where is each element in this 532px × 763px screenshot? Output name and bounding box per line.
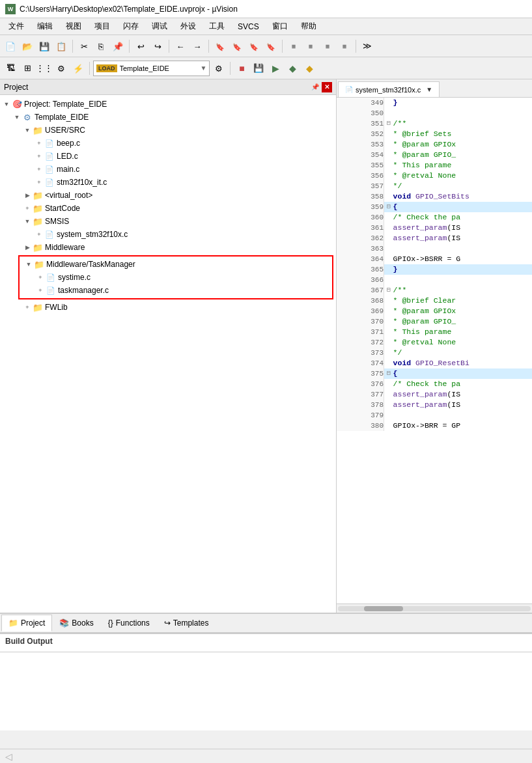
fold-indicator[interactable] — [384, 421, 393, 431]
fold-indicator[interactable] — [384, 379, 393, 389]
menu-tools[interactable]: 工具 — [203, 19, 231, 34]
fwlib-expander-icon[interactable]: + — [23, 303, 31, 311]
build2-button[interactable]: 🏗 — [3, 61, 18, 76]
template-expander-icon[interactable]: ▼ — [13, 113, 21, 121]
tree-file-led[interactable]: + 📄 LED.c — [0, 150, 336, 163]
magic-button[interactable] — [70, 61, 86, 76]
tree-folder-taskmanager[interactable]: ▼ 📁 Middleware/TaskManager — [20, 258, 332, 271]
fold-indicator[interactable] — [384, 129, 393, 139]
green-run-button[interactable] — [268, 61, 283, 76]
taskmanager-expander-icon[interactable]: ▼ — [25, 260, 33, 268]
tree-group-template[interactable]: ▼ ⚙ Template_EIDE — [0, 111, 336, 124]
build-output-content[interactable] — [0, 652, 532, 730]
dots-button[interactable]: ⋮⋮ — [36, 61, 52, 76]
tab-dropdown-icon[interactable]: ▼ — [426, 86, 432, 93]
bookmark-button[interactable] — [212, 38, 228, 54]
indent3-button[interactable]: ≡ — [320, 38, 335, 54]
fold-indicator[interactable] — [384, 139, 393, 150]
code-scrollbar[interactable] — [337, 603, 532, 613]
fold-indicator[interactable] — [384, 275, 393, 285]
fold-indicator[interactable] — [384, 389, 393, 400]
project-name-input[interactable] — [120, 64, 198, 72]
scrollbar-thumb[interactable] — [364, 606, 403, 611]
fold-indicator[interactable]: ⊟ — [384, 118, 393, 129]
save-button[interactable] — [36, 38, 52, 54]
menu-debug[interactable]: 调试 — [146, 19, 173, 34]
fold-indicator[interactable] — [384, 358, 393, 368]
menu-file[interactable]: 文件 — [3, 19, 30, 34]
fold-indicator[interactable] — [384, 150, 393, 160]
root-expander-icon[interactable]: ▼ — [3, 100, 10, 108]
fold-indicator[interactable]: ⊟ — [384, 368, 393, 379]
fold-indicator[interactable] — [384, 316, 393, 327]
fold-indicator[interactable] — [384, 327, 393, 337]
fold-indicator[interactable] — [384, 212, 393, 223]
forward-button[interactable] — [189, 38, 205, 54]
tree-file-taskmanager[interactable]: + 📄 taskmanager.c — [20, 284, 332, 297]
tree-folder-virtualroot[interactable]: ▶ 📁 <virtual_root> — [0, 189, 336, 202]
startcode-expander-icon[interactable]: + — [23, 204, 31, 212]
menu-help[interactable]: 帮助 — [295, 19, 322, 34]
new-file-button[interactable] — [3, 38, 18, 54]
tree-file-beep[interactable]: + 📄 beep.c — [0, 137, 336, 150]
tree-folder-fwlib[interactable]: + 📁 FWLib — [0, 301, 336, 314]
pin-button[interactable]: 📌 — [310, 82, 320, 92]
redo-button[interactable] — [150, 38, 165, 54]
fold-indicator[interactable] — [384, 296, 393, 306]
fold-indicator[interactable] — [384, 191, 393, 202]
fold-indicator[interactable]: ⊟ — [384, 202, 393, 212]
tree-folder-startcode[interactable]: + 📁 StartCode — [0, 202, 336, 215]
paste-button[interactable] — [110, 38, 126, 54]
fold-indicator[interactable] — [384, 337, 393, 348]
tab-templates[interactable]: ↪ Templates — [157, 615, 216, 631]
fold-indicator[interactable] — [384, 400, 393, 410]
virtualroot-expander-icon[interactable]: ▶ — [23, 191, 31, 199]
tree-folder-middleware[interactable]: ▶ 📁 Middleware — [0, 241, 336, 254]
tab-functions[interactable]: {} Functions — [101, 615, 157, 631]
tree-file-main[interactable]: + 📄 main.c — [0, 163, 336, 176]
menu-view[interactable]: 视图 — [60, 19, 87, 34]
more-button[interactable]: ≫ — [359, 38, 375, 54]
indent-button[interactable]: ≡ — [286, 38, 301, 54]
bookmark3-button[interactable] — [246, 38, 262, 54]
indent2-button[interactable]: ≡ — [303, 38, 318, 54]
tools-button[interactable] — [53, 61, 69, 76]
red-square-button[interactable]: ■ — [234, 61, 249, 76]
fold-indicator[interactable] — [384, 348, 393, 358]
fold-indicator[interactable] — [384, 98, 393, 108]
smsis-expander-icon[interactable]: ▼ — [23, 217, 31, 225]
chip-icon-button[interactable]: 💾 — [251, 61, 266, 76]
fold-indicator[interactable] — [384, 160, 393, 171]
fold-indicator[interactable] — [384, 223, 393, 233]
fold-indicator[interactable] — [384, 264, 393, 275]
cut-button[interactable] — [76, 38, 92, 54]
editor-tab-system[interactable]: 📄 system_stm32f10x.c ▼ — [338, 81, 440, 97]
fold-indicator[interactable] — [384, 254, 393, 264]
grid-button[interactable]: ⊞ — [20, 61, 35, 76]
close-panel-button[interactable]: ✕ — [322, 82, 332, 92]
fold-indicator[interactable] — [384, 306, 393, 316]
bookmark2-button[interactable] — [229, 38, 245, 54]
indent4-button[interactable]: ≡ — [337, 38, 352, 54]
back-button[interactable] — [173, 38, 188, 54]
bookmark4-button[interactable] — [263, 38, 279, 54]
undo-button[interactable] — [133, 38, 148, 54]
tree-file-systime[interactable]: + 📄 systime.c — [20, 271, 332, 284]
save-all-button[interactable] — [53, 38, 69, 54]
menu-flash[interactable]: 闪存 — [117, 19, 145, 34]
tree-folder-smsis[interactable]: ▼ 📁 SMSIS — [0, 215, 336, 228]
menu-window[interactable]: 窗口 — [266, 19, 294, 34]
copy-button[interactable] — [93, 38, 109, 54]
fold-indicator[interactable] — [384, 410, 393, 421]
menu-edit[interactable]: 编辑 — [31, 19, 59, 34]
fold-indicator[interactable] — [384, 108, 393, 118]
settings2-button[interactable] — [211, 61, 227, 76]
fold-indicator[interactable] — [384, 171, 393, 181]
open-file-button[interactable] — [20, 38, 35, 54]
fold-indicator[interactable] — [384, 181, 393, 191]
middleware-expander-icon[interactable]: ▶ — [23, 243, 31, 251]
diamond2-button[interactable]: ◆ — [301, 61, 317, 76]
tree-file-stm32it[interactable]: + 📄 stm32f10x_it.c — [0, 176, 336, 189]
tree-root[interactable]: ▼ 🎯 Project: Template_EIDE — [0, 98, 336, 111]
usersrc-expander-icon[interactable]: ▼ — [23, 126, 31, 134]
